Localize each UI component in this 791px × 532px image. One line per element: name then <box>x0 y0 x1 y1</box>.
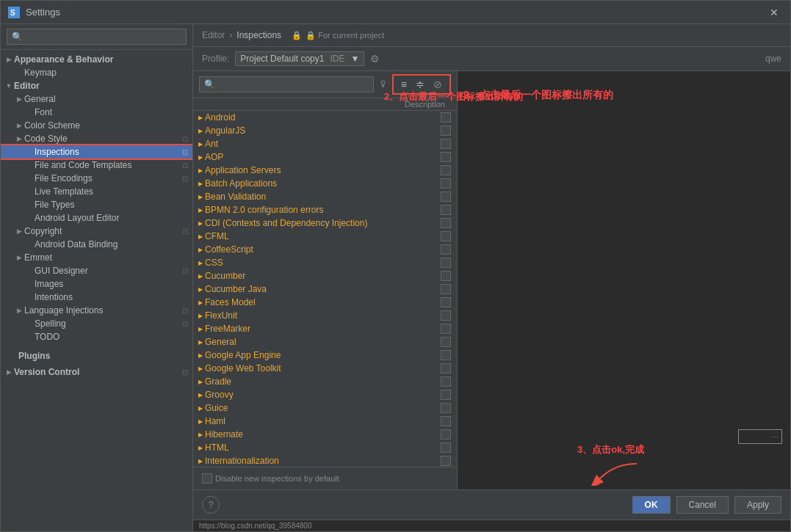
gear-icon[interactable]: ⚙ <box>370 53 380 65</box>
list-item[interactable]: ▶ Batch Applications <box>193 177 457 190</box>
list-item[interactable]: ▶ AngularJS <box>193 124 457 137</box>
list-item[interactable]: ▶ Hibernate <box>193 428 457 441</box>
sidebar-item-general[interactable]: ▶ General <box>1 92 192 106</box>
list-item[interactable]: ▶ Cucumber Java <box>193 283 457 296</box>
item-checkbox[interactable] <box>441 310 451 321</box>
item-checkbox[interactable] <box>441 337 451 347</box>
apply-button[interactable]: Apply <box>734 496 781 514</box>
list-item[interactable]: ▶ Google Web Toolkit <box>193 362 457 375</box>
list-item[interactable]: ▶ Application Servers <box>193 164 457 177</box>
list-item[interactable]: ▶ Google App Engine <box>193 349 457 362</box>
ok-button[interactable]: OK <box>632 496 671 514</box>
list-item[interactable]: ▶ Internationalization <box>193 454 457 467</box>
item-checkbox[interactable] <box>441 244 451 255</box>
item-checkbox[interactable] <box>441 284 451 294</box>
clear-all-button[interactable]: ⊘ <box>430 77 445 92</box>
list-item[interactable]: ▶ Groovy <box>193 388 457 401</box>
list-item[interactable]: ▶ CSS <box>193 256 457 269</box>
list-item[interactable]: ▶ Haml <box>193 415 457 428</box>
item-checkbox[interactable] <box>441 152 451 162</box>
list-item[interactable]: ▶ FlexUnit <box>193 309 457 322</box>
item-checkbox[interactable] <box>441 442 451 453</box>
item-checkbox[interactable] <box>441 125 451 136</box>
sidebar-item-color-scheme[interactable]: ▶ Color Scheme <box>1 119 192 132</box>
arrow-spacer <box>24 292 35 302</box>
help-button[interactable]: ? <box>202 496 220 514</box>
checkbox-icon[interactable] <box>202 473 212 484</box>
sidebar-item-file-types[interactable]: File Types <box>1 198 192 211</box>
collapse-all-button[interactable]: ≑ <box>413 77 427 92</box>
item-checkbox[interactable] <box>441 231 451 241</box>
list-item[interactable]: ▶ HTML <box>193 441 457 454</box>
list-item[interactable]: ▶ Bean Validation <box>193 190 457 203</box>
list-item[interactable]: ▶ Cucumber <box>193 269 457 283</box>
sidebar-item-language-injections[interactable]: ▶ Language Injections ⊡ <box>1 304 192 317</box>
profile-select[interactable]: Project Default copy1 IDE ▼ <box>235 51 364 66</box>
cancel-button[interactable]: Cancel <box>676 496 729 514</box>
list-item[interactable]: ▶ Android <box>193 111 457 124</box>
sidebar-item-label: Android Layout Editor <box>35 213 119 223</box>
sidebar-search-input[interactable] <box>7 29 187 45</box>
item-checkbox[interactable] <box>441 139 451 149</box>
item-checkbox[interactable] <box>441 324 451 334</box>
item-checkbox[interactable] <box>441 363 451 374</box>
list-item[interactable]: ▶ Guice <box>193 401 457 415</box>
list-item[interactable]: ▶ FreeMarker <box>193 322 457 335</box>
sidebar-item-appearance[interactable]: ▶ Appearance & Behavior <box>1 53 192 66</box>
list-item[interactable]: ▶ BPMN 2.0 configuration errors <box>193 203 457 216</box>
list-item[interactable]: ▶ Gradle <box>193 375 457 388</box>
sidebar-item-live-templates[interactable]: Live Templates <box>1 185 192 198</box>
item-checkbox[interactable] <box>441 429 451 440</box>
item-checkbox[interactable] <box>441 350 451 360</box>
list-item[interactable]: ▶ AOP <box>193 150 457 164</box>
item-checkbox[interactable] <box>441 376 451 387</box>
arrow-spacer <box>24 318 35 329</box>
list-item[interactable]: ▶ CFML <box>193 230 457 243</box>
list-item[interactable]: ▶ CoffeeScript <box>193 243 457 256</box>
titlebar: S Settings ✕ <box>1 1 790 24</box>
sidebar-item-inspections[interactable]: Inspections ⊡ 1、找到此设置 <box>1 145 192 158</box>
item-checkbox[interactable] <box>441 416 451 426</box>
sidebar-item-emmet[interactable]: ▶ Emmet <box>1 251 192 264</box>
sidebar-item-code-style[interactable]: ▶ Code Style ⊡ <box>1 132 192 145</box>
item-checkbox[interactable] <box>441 192 451 202</box>
item-checkbox[interactable] <box>441 456 451 466</box>
filter-button[interactable]: ⊽ <box>377 78 389 91</box>
list-item[interactable]: ▶ CDI (Contexts and Dependency Injection… <box>193 216 457 230</box>
item-checkbox[interactable] <box>441 403 451 413</box>
sidebar-item-android-data-binding[interactable]: Android Data Binding <box>1 238 192 251</box>
sidebar-item-file-code-templates[interactable]: File and Code Templates ⊡ <box>1 158 192 172</box>
sidebar-item-file-encodings[interactable]: File Encodings ⊡ <box>1 172 192 185</box>
list-item[interactable]: ▶ General <box>193 335 457 349</box>
sidebar-item-spelling[interactable]: Spelling ⊡ <box>1 317 192 330</box>
filter-input[interactable] <box>199 76 374 92</box>
sidebar-item-images[interactable]: Images <box>1 277 192 291</box>
item-checkbox[interactable] <box>441 112 451 123</box>
sidebar-item-version-control[interactable]: ▶ Version Control ⊡ <box>1 365 192 379</box>
sidebar-item-font[interactable]: Font <box>1 106 192 119</box>
sidebar-item-intentions[interactable]: Intentions <box>1 291 192 304</box>
copy-icon: ⊡ <box>182 307 188 315</box>
sidebar-item-editor[interactable]: ▼ Editor <box>1 79 192 92</box>
item-checkbox[interactable] <box>441 218 451 228</box>
list-item[interactable]: ▶ Faces Model <box>193 296 457 309</box>
item-checkbox[interactable] <box>441 205 451 215</box>
sidebar-item-keymap[interactable]: Keymap <box>1 66 192 79</box>
item-checkbox[interactable] <box>441 390 451 400</box>
sidebar-item-todo[interactable]: TODO <box>1 330 192 343</box>
item-checkbox[interactable] <box>441 271 451 281</box>
item-checkbox[interactable] <box>441 165 451 175</box>
close-button[interactable]: ✕ <box>765 4 783 21</box>
item-checkbox[interactable] <box>441 297 451 307</box>
disable-new-inspections-checkbox[interactable]: Disable new inspections by default <box>202 473 339 484</box>
sidebar-item-android-layout-editor[interactable]: Android Layout Editor <box>1 211 192 225</box>
expand-all-button[interactable]: ≡ <box>398 77 410 92</box>
sidebar-item-gui-designer[interactable]: GUI Designer ⊡ <box>1 264 192 277</box>
sidebar-search-bar[interactable] <box>1 24 192 50</box>
item-checkbox[interactable] <box>441 258 451 268</box>
list-item[interactable]: ▶ Ant <box>193 137 457 150</box>
item-checkbox[interactable] <box>441 178 451 189</box>
item-arrow-icon: ▶ <box>196 351 205 360</box>
dropdown-arrow-icon[interactable]: ▼ <box>350 54 359 64</box>
sidebar-item-copyright[interactable]: ▶ Copyright ⊡ <box>1 225 192 238</box>
